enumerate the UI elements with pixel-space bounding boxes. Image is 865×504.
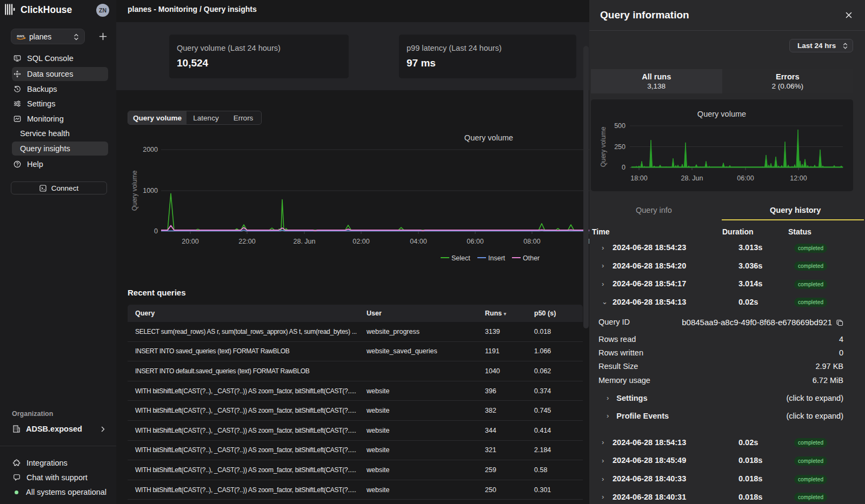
svg-text:Query volume: Query volume	[464, 133, 513, 142]
svg-text:Select: Select	[451, 254, 470, 262]
svg-text:1000: 1000	[143, 187, 158, 194]
svg-text:08:00: 08:00	[523, 238, 540, 245]
svg-text:250: 250	[614, 143, 626, 151]
svg-text:0: 0	[622, 164, 626, 171]
svg-text:Query volume: Query volume	[697, 110, 746, 118]
svg-text:aws: aws	[17, 33, 24, 38]
svg-text:Query volume: Query volume	[600, 126, 607, 167]
svg-text:12:00: 12:00	[790, 174, 807, 182]
svg-text:500: 500	[614, 122, 626, 130]
svg-text:28. Jun: 28. Jun	[293, 238, 315, 245]
svg-text:0: 0	[154, 227, 158, 235]
svg-text:Insert: Insert	[488, 254, 505, 262]
svg-text:18:00: 18:00	[630, 174, 647, 182]
svg-text:06:00: 06:00	[467, 238, 483, 245]
svg-text:28. Jun: 28. Jun	[681, 174, 703, 182]
svg-text:06:00: 06:00	[737, 174, 754, 182]
svg-text:02:00: 02:00	[352, 238, 369, 245]
svg-text:Other: Other	[523, 254, 540, 262]
svg-text:Query volume: Query volume	[131, 170, 138, 211]
svg-text:20:00: 20:00	[182, 238, 198, 245]
svg-text:22:00: 22:00	[238, 238, 255, 245]
svg-text:04:00: 04:00	[410, 238, 427, 245]
svg-text:2000: 2000	[143, 146, 158, 153]
